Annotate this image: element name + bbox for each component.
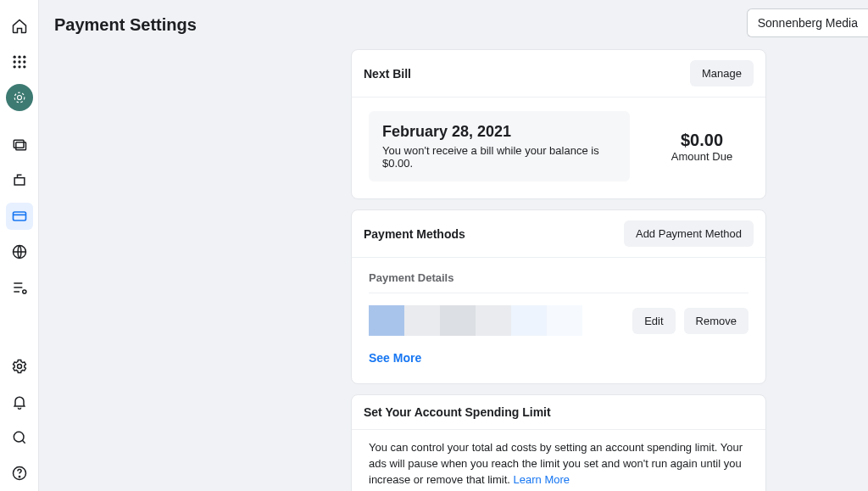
- gear-icon[interactable]: [6, 353, 33, 380]
- home-icon[interactable]: [6, 13, 33, 40]
- svg-point-4: [18, 60, 20, 63]
- left-sidebar: [0, 0, 39, 491]
- payment-methods-title: Payment Methods: [364, 227, 465, 241]
- cards-column: Next Bill Manage February 28, 2021 You w…: [351, 49, 766, 491]
- ads-icon[interactable]: [6, 167, 33, 194]
- svg-point-3: [13, 60, 15, 63]
- spending-limit-title: Set Your Account Spending Limit: [364, 405, 551, 419]
- manage-button[interactable]: Manage: [690, 60, 754, 86]
- payment-method-row: Edit Remove: [369, 293, 748, 336]
- svg-rect-14: [13, 212, 25, 220]
- page-content: Payment Settings Sonnenberg Media Next B…: [39, 0, 868, 491]
- svg-point-8: [23, 65, 25, 68]
- add-payment-method-button[interactable]: Add Payment Method: [624, 220, 754, 247]
- svg-point-0: [13, 56, 15, 59]
- settings-list-icon[interactable]: [6, 274, 33, 301]
- campaigns-icon[interactable]: [6, 131, 33, 159]
- see-more-link[interactable]: See More: [369, 336, 748, 368]
- bill-note: You won't receive a bill while your bala…: [382, 144, 616, 170]
- spending-limit-text: You can control your total ad costs by s…: [369, 440, 748, 488]
- account-selector[interactable]: Sonnenberg Media: [747, 8, 868, 37]
- remove-payment-button[interactable]: Remove: [684, 308, 748, 334]
- payment-method-placeholder: [369, 305, 582, 336]
- business-suite-icon[interactable]: [6, 84, 33, 111]
- learn-more-link[interactable]: Learn More: [514, 473, 570, 486]
- svg-point-7: [18, 65, 20, 68]
- svg-point-16: [22, 290, 25, 293]
- payment-methods-card: Payment Methods Add Payment Method Payme…: [351, 209, 766, 384]
- svg-point-2: [23, 56, 25, 59]
- next-bill-header: Next Bill Manage: [352, 50, 765, 98]
- bill-date: February 28, 2021: [382, 123, 616, 141]
- bill-date-block: February 28, 2021 You won't receive a bi…: [369, 111, 630, 181]
- amount-due-block: $0.00 Amount Due: [655, 131, 748, 163]
- next-bill-card: Next Bill Manage February 28, 2021 You w…: [351, 49, 766, 199]
- apps-grid-icon[interactable]: [6, 48, 33, 75]
- search-icon[interactable]: [6, 424, 33, 451]
- svg-point-17: [17, 365, 21, 369]
- globe-icon[interactable]: [6, 238, 33, 265]
- payment-methods-header: Payment Methods Add Payment Method: [352, 210, 765, 258]
- spending-limit-card: Set Your Account Spending Limit You can …: [351, 394, 766, 491]
- bell-icon[interactable]: [6, 388, 33, 416]
- svg-point-1: [18, 56, 20, 59]
- svg-point-6: [13, 65, 15, 68]
- svg-point-10: [14, 92, 25, 103]
- next-bill-title: Next Bill: [364, 67, 411, 81]
- svg-rect-13: [14, 178, 25, 185]
- amount-due-label: Amount Due: [655, 150, 748, 163]
- amount-due-value: $0.00: [655, 131, 748, 150]
- svg-point-5: [23, 60, 25, 63]
- billing-icon[interactable]: [6, 203, 33, 230]
- edit-payment-button[interactable]: Edit: [632, 308, 675, 334]
- payment-details-label: Payment Details: [369, 266, 748, 293]
- help-icon[interactable]: [6, 460, 33, 487]
- spending-limit-header: Set Your Account Spending Limit: [352, 395, 765, 430]
- svg-point-9: [17, 96, 21, 100]
- svg-point-18: [14, 432, 24, 442]
- svg-point-20: [19, 477, 19, 477]
